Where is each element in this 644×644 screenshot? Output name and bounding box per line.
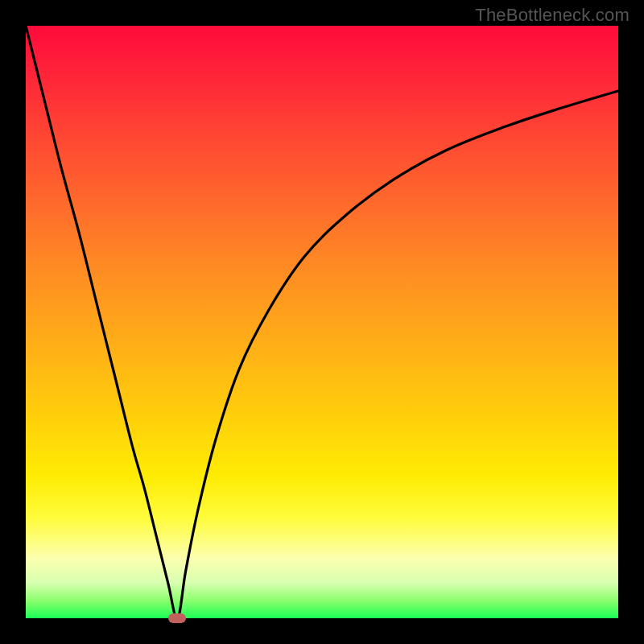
watermark-text: TheBottleneck.com (475, 5, 630, 26)
bottleneck-curve (26, 26, 618, 618)
plot-area (26, 26, 618, 618)
curve-layer (26, 26, 618, 618)
chart-frame: TheBottleneck.com (0, 0, 644, 644)
min-marker (168, 613, 186, 623)
